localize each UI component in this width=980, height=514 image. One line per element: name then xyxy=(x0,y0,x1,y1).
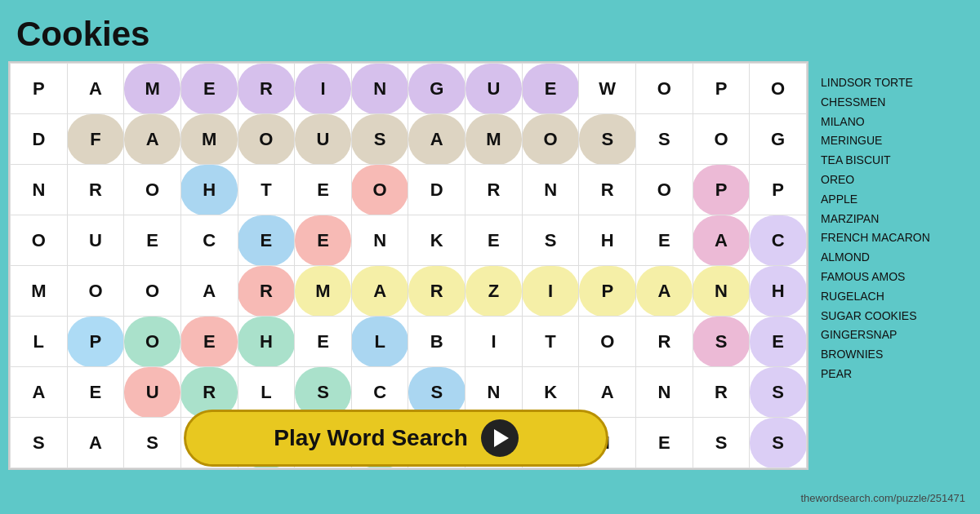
grid-cell: N xyxy=(351,64,408,114)
grid-cell: R xyxy=(693,367,750,418)
grid-cell: E xyxy=(124,215,181,266)
grid-cell: A xyxy=(180,266,238,317)
word-list-item: FRENCH MACARON xyxy=(821,228,972,248)
grid-cell: E xyxy=(750,317,807,367)
grid-cell: N xyxy=(693,266,750,317)
grid-cell: S xyxy=(750,367,807,418)
grid-cell: U xyxy=(295,114,352,165)
grid-cell: R xyxy=(238,266,295,317)
play-button[interactable]: Play Word Search xyxy=(184,410,608,467)
grid-cell: M xyxy=(180,114,238,165)
grid-cell: E xyxy=(180,64,238,114)
word-list-item: MERINGUE xyxy=(821,131,972,151)
grid-cell: S xyxy=(124,418,181,468)
grid-cell: M xyxy=(11,266,68,317)
grid-cell: D xyxy=(408,165,466,215)
grid-cell: S xyxy=(579,114,636,165)
word-list-item: SUGAR COOKIES xyxy=(821,307,972,326)
grid-cell: S xyxy=(750,418,807,468)
grid-cell: E xyxy=(522,64,579,114)
word-list-item: BROWNIES xyxy=(821,345,972,365)
word-list-item: CHESSMEN xyxy=(821,93,972,113)
grid-cell: I xyxy=(522,266,579,317)
grid-cell: O xyxy=(124,317,181,367)
grid-cell: E xyxy=(636,215,693,266)
grid-cell: P xyxy=(579,266,636,317)
grid-cell: S xyxy=(11,418,68,468)
grid-cell: P xyxy=(67,317,124,367)
grid-cell: R xyxy=(408,266,466,317)
footer-url: thewordsearch.com/puzzle/251471 xyxy=(800,492,965,504)
grid-cell: S xyxy=(693,317,750,367)
grid-cell: U xyxy=(124,367,181,418)
grid-cell: O xyxy=(750,64,807,114)
grid-cell: K xyxy=(408,215,466,266)
grid-cell: O xyxy=(636,165,693,215)
grid-cell: T xyxy=(522,317,579,367)
grid-cell: F xyxy=(67,114,124,165)
grid-cell: C xyxy=(750,215,807,266)
grid-table: PAMERINGUEWOPODFAMOUSAMOSSOGNROHTEODRNRO… xyxy=(10,63,807,468)
grid-cell: R xyxy=(466,165,523,215)
word-list-item: LINDSOR TORTE xyxy=(821,73,972,93)
grid-cell: I xyxy=(466,317,523,367)
grid-cell: A xyxy=(579,367,636,418)
word-list-item: RUGELACH xyxy=(821,287,972,307)
grid-cell: G xyxy=(750,114,807,165)
grid-cell: E xyxy=(636,418,693,468)
word-list: LINDSOR TORTECHESSMENMILANOMERINGUETEA B… xyxy=(821,73,972,384)
grid-cell: O xyxy=(124,165,181,215)
grid-cell: P xyxy=(750,165,807,215)
grid-cell: G xyxy=(408,64,466,114)
grid-cell: C xyxy=(180,215,238,266)
grid-cell: E xyxy=(238,215,295,266)
grid-cell: N xyxy=(351,215,408,266)
grid-cell: O xyxy=(11,215,68,266)
grid-cell: A xyxy=(636,266,693,317)
grid-cell: S xyxy=(693,418,750,468)
grid-cell: Z xyxy=(466,266,523,317)
grid-cell: R xyxy=(636,317,693,367)
grid-cell: U xyxy=(67,215,124,266)
grid-cell: W xyxy=(579,64,636,114)
word-list-item: GINGERSNAP xyxy=(821,326,972,345)
grid-cell: A xyxy=(693,215,750,266)
grid-cell: R xyxy=(67,165,124,215)
grid-cell: O xyxy=(67,266,124,317)
grid-cell: T xyxy=(238,165,295,215)
grid-cell: A xyxy=(67,64,124,114)
grid-cell: O xyxy=(579,317,636,367)
grid-cell: H xyxy=(180,165,238,215)
grid-cell: S xyxy=(351,114,408,165)
grid-cell: E xyxy=(67,367,124,418)
play-button-label: Play Word Search xyxy=(274,425,468,451)
word-list-item: PEAR xyxy=(821,365,972,384)
grid-cell: S xyxy=(636,114,693,165)
grid-cell: L xyxy=(351,317,408,367)
grid-cell: O xyxy=(238,114,295,165)
grid-cell: N xyxy=(11,165,68,215)
word-list-item: FAMOUS AMOS xyxy=(821,268,972,287)
grid-cell: O xyxy=(636,64,693,114)
grid-cell: L xyxy=(11,317,68,367)
grid-cell: E xyxy=(295,215,352,266)
grid-cell: H xyxy=(579,215,636,266)
grid-cell: A xyxy=(67,418,124,468)
grid-cell: M xyxy=(124,64,181,114)
grid-cell: H xyxy=(238,317,295,367)
grid-cell: B xyxy=(408,317,466,367)
grid-cell: O xyxy=(693,114,750,165)
grid-cell: S xyxy=(522,215,579,266)
word-list-item: ALMOND xyxy=(821,248,972,268)
grid-cell: A xyxy=(124,114,181,165)
grid-cell: O xyxy=(124,266,181,317)
grid-cell: O xyxy=(351,165,408,215)
grid-cell: M xyxy=(295,266,352,317)
grid-cell: N xyxy=(636,367,693,418)
play-icon xyxy=(481,419,519,457)
word-list-item: MILANO xyxy=(821,113,972,132)
word-list-item: APPLE xyxy=(821,190,972,210)
grid-cell: R xyxy=(579,165,636,215)
grid-cell: E xyxy=(295,165,352,215)
word-list-item: OREO xyxy=(821,171,972,190)
